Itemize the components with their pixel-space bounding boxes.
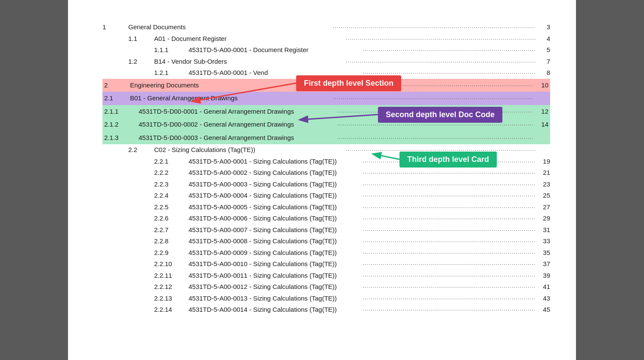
toc-title: B01 - General Arrangement Drawings: [130, 93, 331, 104]
toc-title: General Documents: [128, 22, 331, 33]
document-page: 1 General Documents 3 1.1 A01 - Document…: [68, 0, 576, 360]
toc-number: 1.1: [128, 33, 154, 44]
toc-number: 2.1.1: [104, 106, 139, 117]
toc-number: 2.1.3: [104, 132, 139, 143]
annotation-third-depth: Third depth level Card: [399, 152, 497, 168]
toc-title: 4531TD-5-D00-0002 - General Arrangement …: [139, 119, 335, 130]
toc-page: 3: [537, 22, 550, 33]
toc-dots: [363, 43, 536, 55]
toc-number: 1.2: [128, 56, 154, 67]
toc-row-2.2.14: 2.2.14 4531TD-5-A00-0014 - Sizing Calcul…: [102, 304, 550, 316]
toc-title: 4531TD-5-D00-0003 - General Arrangement …: [139, 132, 335, 143]
toc-title: B14 - Vendor Sub-Orders: [154, 56, 344, 67]
toc-number: 1.2.1: [154, 67, 189, 78]
toc-dots: [333, 20, 536, 32]
toc-row-2.1.3: 2.1.3 4531TD-5-D00-0003 - General Arrang…: [102, 131, 550, 145]
toc-dots: [337, 131, 534, 143]
annotation-second-depth: Second depth level Doc Code: [378, 107, 502, 123]
toc-title: A01 - Document Register: [154, 33, 344, 44]
toc-dots: [346, 32, 536, 43]
toc-row-2.1: 2.1 B01 - General Arrangement Drawings: [102, 92, 550, 105]
toc-page: 10: [536, 80, 548, 91]
toc-number: 2.2: [128, 144, 154, 155]
toc-page: 5: [537, 44, 550, 56]
toc-title: 4531TD-5-A00-0001 - Document Register: [189, 44, 361, 56]
toc-title: 4531TD-5-D00-0001 - General Arrangement …: [139, 106, 335, 117]
toc-number: 2.1.2: [104, 119, 139, 130]
toc-number: 1.1.1: [154, 44, 189, 56]
toc-number: 1: [102, 22, 128, 33]
toc-page: 7: [537, 56, 550, 67]
toc-number: 2.1: [104, 93, 130, 104]
toc-number: 2: [104, 80, 130, 91]
toc-page: 4: [537, 33, 550, 44]
toc-page: 8: [537, 67, 550, 78]
toc-page: 14: [536, 119, 548, 130]
toc-dots: [346, 55, 536, 66]
toc-dots: [333, 91, 534, 103]
annotation-first-depth: First depth level Section: [296, 75, 401, 91]
toc-title: C02 - Sizing Calculations (Tag(TE)): [154, 144, 344, 155]
toc-page: 12: [536, 106, 548, 117]
